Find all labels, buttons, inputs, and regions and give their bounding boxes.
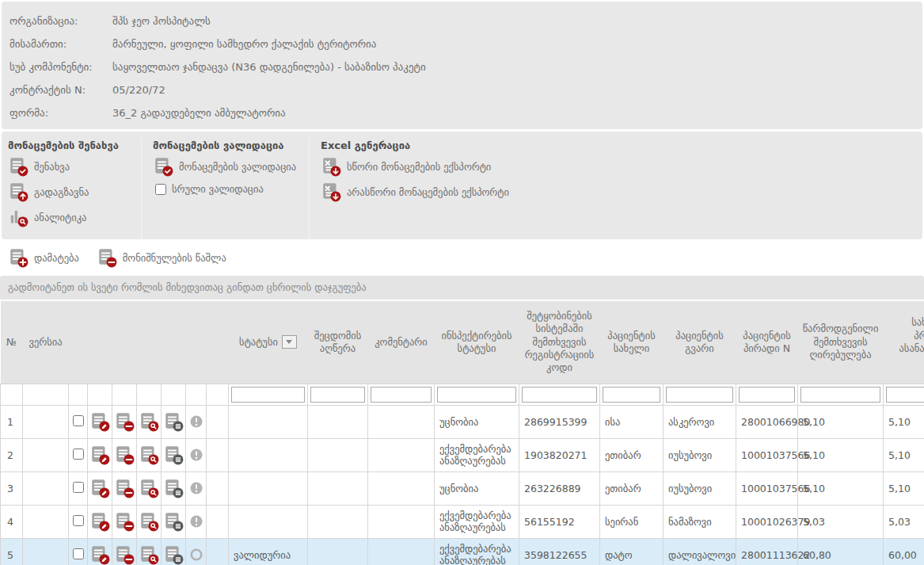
col-header-status[interactable]: სტატუსი xyxy=(229,301,308,384)
col-header-state-amount[interactable]: სახელმწიფო პროგრამით ასანაზღაურებელი თან… xyxy=(884,301,924,384)
col-header-last-name[interactable]: პაციენტის გვარი xyxy=(664,301,736,384)
delete-selected-button[interactable]: მონიშნულების წაშლა xyxy=(97,247,226,268)
last-name-cell: იუსუბოვი xyxy=(664,471,736,505)
version-cell xyxy=(23,438,69,471)
personal-n-cell: 10001037566 xyxy=(736,471,798,505)
col-header-spacer xyxy=(207,301,229,384)
registration-code-cell: 2869915399 xyxy=(519,405,600,438)
registration-code-filter-input[interactable] xyxy=(522,387,597,403)
row-edit-button[interactable] xyxy=(89,478,110,498)
row-details-button[interactable] xyxy=(163,511,184,532)
comment-filter-input[interactable] xyxy=(371,387,432,403)
row-number: 1 xyxy=(1,405,23,438)
info-row-form: ფორმა: 36_2 გადაუდებელი ამბულატორია xyxy=(10,101,914,124)
address-label: მისამართი: xyxy=(10,32,112,55)
edit-icon xyxy=(89,548,110,560)
remove-icon xyxy=(114,548,135,560)
save-group: მონაცემების შენახვა შენახვა გადაგზავნა ა… xyxy=(8,138,141,239)
row-edit-button[interactable] xyxy=(89,411,110,432)
remove-icon xyxy=(114,415,135,427)
inspection-status-filter-input[interactable] xyxy=(437,387,516,403)
row-view-button[interactable] xyxy=(139,478,159,498)
col-header-inspection-status[interactable]: ინსპექტირების სტატუსი xyxy=(435,301,519,384)
col-header-case-cost[interactable]: წარმოდგენილი შემთხვევის ღირებულება xyxy=(798,301,884,384)
save-button[interactable]: შენახვა xyxy=(8,156,70,177)
row-delete-button[interactable] xyxy=(114,445,135,465)
analytics-button[interactable]: ანალიტიკა xyxy=(8,207,86,227)
row-view-button[interactable] xyxy=(139,445,159,465)
col-header-personal-n[interactable]: პაციენტის პირადი N xyxy=(736,301,798,384)
status-filter-input[interactable] xyxy=(231,387,305,403)
row-number: 3 xyxy=(1,471,23,505)
validation-group-title: მონაცემების ვალიდაცია xyxy=(153,139,301,151)
state-amount-cell: 5,10 xyxy=(884,438,924,471)
state-amount-filter-input[interactable] xyxy=(886,387,924,403)
error-desc-cell xyxy=(308,438,368,471)
edit-icon xyxy=(89,449,110,460)
row-edit-button[interactable] xyxy=(89,511,110,532)
row-select-checkbox[interactable] xyxy=(73,515,84,526)
table-row: 3 უცნობია 263226889 ეთიბარ იუსუბოვი xyxy=(1,471,924,505)
details-icon xyxy=(163,515,184,527)
group-by-hint[interactable]: გადმოიტანეთ ის სვეტი რომლის მიხედვითაც გ… xyxy=(0,276,924,300)
export-invalid-button[interactable]: არასწორი მონაცემების ექსპორტი xyxy=(321,181,509,202)
col-header-version[interactable]: ვერსია xyxy=(23,301,69,384)
row-details-button[interactable] xyxy=(163,445,184,465)
row-edit-button[interactable] xyxy=(89,445,110,465)
add-row-label: დამატება xyxy=(34,252,79,264)
row-details-button[interactable] xyxy=(163,411,184,432)
status-cell: ვალიდურია xyxy=(229,538,308,565)
col-header-num[interactable]: № xyxy=(1,301,23,384)
row-select-checkbox[interactable] xyxy=(73,449,84,460)
version-cell xyxy=(23,471,69,505)
add-row-button[interactable]: დამატება xyxy=(8,247,79,268)
row-view-button[interactable] xyxy=(139,411,159,432)
row-edit-button[interactable] xyxy=(89,544,110,565)
export-valid-button[interactable]: სწორი მონაცემების ექსპორტი xyxy=(321,156,491,177)
details-icon xyxy=(163,548,184,560)
full-validation-checkbox[interactable] xyxy=(155,184,166,195)
row-select-checkbox[interactable] xyxy=(73,548,84,559)
case-cost-cell: 5,03 xyxy=(798,505,884,538)
row-number: 4 xyxy=(1,505,23,538)
row-details-button[interactable] xyxy=(163,478,184,498)
grid-header-row: № ვერსია სტატუსი შეცდომის xyxy=(1,301,924,384)
validate-icon xyxy=(153,156,173,177)
case-cost-cell: 5,10 xyxy=(798,405,884,438)
row-delete-button[interactable] xyxy=(114,511,135,532)
col-header-select xyxy=(69,301,88,384)
error-desc-filter-input[interactable] xyxy=(310,387,365,403)
case-cost-filter-input[interactable] xyxy=(800,387,880,403)
warning-icon xyxy=(188,515,204,527)
send-button[interactable]: გადაგზავნა xyxy=(8,181,89,202)
inspection-status-cell: ექვემდებარება ანაზღაურებას xyxy=(435,538,519,565)
status-cell xyxy=(229,438,308,471)
error-desc-cell xyxy=(308,505,368,538)
edit-icon xyxy=(89,482,110,494)
first-name-filter-input[interactable] xyxy=(603,387,660,403)
subcomponent-label: სუბ კომპონენტი: xyxy=(10,55,112,78)
row-delete-button[interactable] xyxy=(114,411,135,432)
row-details-button[interactable] xyxy=(163,544,184,565)
view-icon xyxy=(139,482,159,494)
col-header-registration-code[interactable]: შეტყობინების სისტემაში შემთხვევის რეგისტ… xyxy=(519,301,600,384)
row-select-checkbox[interactable] xyxy=(73,482,84,493)
col-header-first-name[interactable]: პაციენტის სახელი xyxy=(600,301,664,384)
row-delete-button[interactable] xyxy=(114,478,135,498)
validate-button[interactable]: მონაცემების ვალიდაცია xyxy=(153,156,296,177)
row-delete-button[interactable] xyxy=(114,544,135,565)
personal-n-filter-input[interactable] xyxy=(739,387,795,403)
row-view-button[interactable] xyxy=(139,544,159,565)
col-header-error-desc[interactable]: შეცდომის აღწერა xyxy=(308,301,368,384)
view-icon xyxy=(139,449,159,460)
last-name-filter-input[interactable] xyxy=(666,387,733,403)
col-header-comment[interactable]: კომენტარი xyxy=(368,301,435,384)
info-row-address: მისამართი: მარნეული, ყოფილი სამხედრო ქალ… xyxy=(10,32,914,55)
row-select-checkbox[interactable] xyxy=(73,415,84,426)
status-filter-dropdown[interactable] xyxy=(282,335,297,349)
row-view-button[interactable] xyxy=(139,511,159,532)
first-name-cell: ეთიბარ xyxy=(600,438,664,471)
view-icon xyxy=(139,415,159,427)
last-name-cell: იუსუბოვი xyxy=(664,438,736,471)
organization-label: ორგანიზაცია: xyxy=(10,10,112,32)
